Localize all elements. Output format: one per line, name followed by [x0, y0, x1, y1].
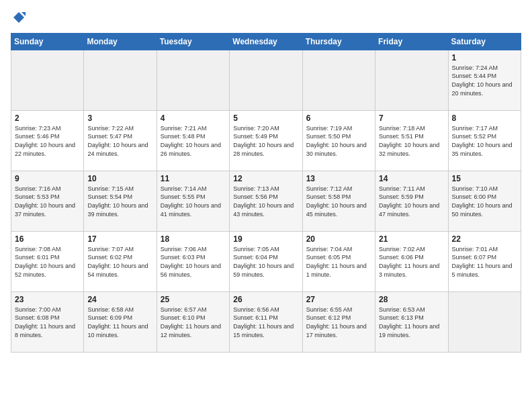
- day-info: Sunrise: 7:21 AMSunset: 5:48 PMDaylight:…: [161, 124, 226, 158]
- day-number: 11: [161, 174, 226, 183]
- calendar-cell: 11Sunrise: 7:14 AMSunset: 5:55 PMDayligh…: [157, 171, 229, 231]
- day-number: 24: [87, 295, 152, 304]
- calendar-cell: 20Sunrise: 7:04 AMSunset: 6:05 PMDayligh…: [302, 231, 375, 291]
- calendar-table: SundayMondayTuesdayWednesdayThursdayFrid…: [11, 33, 521, 353]
- calendar-cell: 12Sunrise: 7:13 AMSunset: 5:56 PMDayligh…: [230, 171, 302, 231]
- day-number: 23: [15, 295, 80, 304]
- weekday-header-wednesday: Wednesday: [230, 33, 302, 50]
- calendar-cell: [375, 50, 448, 110]
- day-info: Sunrise: 7:05 AMSunset: 6:04 PMDaylight:…: [233, 245, 298, 279]
- day-info: Sunrise: 7:01 AMSunset: 6:07 PMDaylight:…: [452, 245, 517, 279]
- calendar-cell: 5Sunrise: 7:20 AMSunset: 5:49 PMDaylight…: [230, 110, 302, 171]
- day-info: Sunrise: 7:22 AMSunset: 5:47 PMDaylight:…: [87, 124, 152, 158]
- calendar-header-row: SundayMondayTuesdayWednesdayThursdayFrid…: [11, 33, 521, 50]
- calendar-cell: 27Sunrise: 6:55 AMSunset: 6:12 PMDayligh…: [302, 291, 375, 352]
- logo: [11, 11, 26, 28]
- calendar-cell: 26Sunrise: 6:56 AMSunset: 6:11 PMDayligh…: [230, 291, 302, 352]
- weekday-header-friday: Friday: [375, 33, 448, 50]
- calendar-cell: 16Sunrise: 7:08 AMSunset: 6:01 PMDayligh…: [11, 231, 84, 291]
- calendar-week-3: 9Sunrise: 7:16 AMSunset: 5:53 PMDaylight…: [11, 171, 521, 231]
- calendar-cell: 18Sunrise: 7:06 AMSunset: 6:03 PMDayligh…: [157, 231, 229, 291]
- calendar-week-4: 16Sunrise: 7:08 AMSunset: 6:01 PMDayligh…: [11, 231, 521, 291]
- day-info: Sunrise: 7:19 AMSunset: 5:50 PMDaylight:…: [306, 124, 371, 158]
- day-number: 28: [379, 295, 444, 304]
- calendar-cell: 19Sunrise: 7:05 AMSunset: 6:04 PMDayligh…: [230, 231, 302, 291]
- weekday-header-thursday: Thursday: [302, 33, 375, 50]
- calendar-week-1: 1Sunrise: 7:24 AMSunset: 5:44 PMDaylight…: [11, 50, 521, 110]
- calendar-cell: 23Sunrise: 7:00 AMSunset: 6:08 PMDayligh…: [11, 291, 84, 352]
- day-number: 18: [161, 234, 226, 244]
- calendar-cell: 13Sunrise: 7:12 AMSunset: 5:58 PMDayligh…: [302, 171, 375, 231]
- calendar-cell: 25Sunrise: 6:57 AMSunset: 6:10 PMDayligh…: [157, 291, 229, 352]
- day-info: Sunrise: 7:18 AMSunset: 5:51 PMDaylight:…: [379, 124, 444, 158]
- calendar-cell: 8Sunrise: 7:17 AMSunset: 5:52 PMDaylight…: [448, 110, 521, 171]
- day-number: 27: [306, 295, 371, 304]
- day-info: Sunrise: 7:07 AMSunset: 6:02 PMDaylight:…: [87, 245, 152, 279]
- calendar-cell: 2Sunrise: 7:23 AMSunset: 5:46 PMDaylight…: [11, 110, 84, 171]
- calendar-cell: 1Sunrise: 7:24 AMSunset: 5:44 PMDaylight…: [448, 50, 521, 110]
- day-number: 6: [306, 113, 371, 123]
- calendar-cell: 15Sunrise: 7:10 AMSunset: 6:00 PMDayligh…: [448, 171, 521, 231]
- day-info: Sunrise: 6:57 AMSunset: 6:10 PMDaylight:…: [161, 306, 226, 339]
- day-number: 26: [233, 295, 298, 304]
- calendar-week-5: 23Sunrise: 7:00 AMSunset: 6:08 PMDayligh…: [11, 291, 521, 352]
- day-info: Sunrise: 7:20 AMSunset: 5:49 PMDaylight:…: [233, 124, 298, 158]
- day-number: 5: [233, 113, 298, 123]
- day-info: Sunrise: 7:02 AMSunset: 6:06 PMDaylight:…: [379, 245, 444, 279]
- day-number: 4: [161, 113, 226, 123]
- calendar-cell: 6Sunrise: 7:19 AMSunset: 5:50 PMDaylight…: [302, 110, 375, 171]
- calendar-cell: [448, 291, 521, 352]
- day-number: 16: [15, 234, 80, 244]
- calendar-cell: [84, 50, 157, 110]
- day-info: Sunrise: 7:14 AMSunset: 5:55 PMDaylight:…: [161, 185, 226, 218]
- calendar-cell: 28Sunrise: 6:53 AMSunset: 6:13 PMDayligh…: [375, 291, 448, 352]
- calendar-cell: [302, 50, 375, 110]
- svg-marker-0: [13, 12, 24, 23]
- day-info: Sunrise: 7:23 AMSunset: 5:46 PMDaylight:…: [15, 124, 80, 158]
- day-number: 10: [87, 174, 152, 183]
- calendar-cell: [230, 50, 302, 110]
- day-number: 12: [233, 174, 298, 183]
- calendar-cell: 4Sunrise: 7:21 AMSunset: 5:48 PMDaylight…: [157, 110, 229, 171]
- calendar-cell: 9Sunrise: 7:16 AMSunset: 5:53 PMDaylight…: [11, 171, 84, 231]
- day-info: Sunrise: 7:00 AMSunset: 6:08 PMDaylight:…: [15, 306, 80, 339]
- day-info: Sunrise: 7:13 AMSunset: 5:56 PMDaylight:…: [233, 185, 298, 218]
- day-number: 13: [306, 174, 371, 183]
- day-info: Sunrise: 7:10 AMSunset: 6:00 PMDaylight:…: [452, 185, 517, 218]
- weekday-header-saturday: Saturday: [448, 33, 521, 50]
- page-header: [11, 11, 521, 28]
- calendar-cell: 10Sunrise: 7:15 AMSunset: 5:54 PMDayligh…: [84, 171, 157, 231]
- day-number: 22: [452, 234, 517, 244]
- day-info: Sunrise: 6:58 AMSunset: 6:09 PMDaylight:…: [87, 306, 152, 339]
- day-number: 3: [87, 113, 152, 123]
- day-number: 8: [452, 113, 517, 123]
- calendar-cell: 14Sunrise: 7:11 AMSunset: 5:59 PMDayligh…: [375, 171, 448, 231]
- day-number: 17: [87, 234, 152, 244]
- day-info: Sunrise: 7:06 AMSunset: 6:03 PMDaylight:…: [161, 245, 226, 279]
- day-info: Sunrise: 6:56 AMSunset: 6:11 PMDaylight:…: [233, 306, 298, 339]
- day-number: 25: [161, 295, 226, 304]
- calendar-cell: 21Sunrise: 7:02 AMSunset: 6:06 PMDayligh…: [375, 231, 448, 291]
- day-number: 2: [15, 113, 80, 123]
- day-info: Sunrise: 7:24 AMSunset: 5:44 PMDaylight:…: [452, 64, 517, 97]
- day-info: Sunrise: 7:08 AMSunset: 6:01 PMDaylight:…: [15, 245, 80, 279]
- day-number: 21: [379, 234, 444, 244]
- day-info: Sunrise: 7:16 AMSunset: 5:53 PMDaylight:…: [15, 185, 80, 218]
- day-number: 15: [452, 174, 517, 183]
- calendar-cell: 24Sunrise: 6:58 AMSunset: 6:09 PMDayligh…: [84, 291, 157, 352]
- day-info: Sunrise: 7:11 AMSunset: 5:59 PMDaylight:…: [379, 185, 444, 218]
- calendar-cell: 7Sunrise: 7:18 AMSunset: 5:51 PMDaylight…: [375, 110, 448, 171]
- calendar-cell: [157, 50, 229, 110]
- day-number: 1: [452, 53, 517, 62]
- weekday-header-monday: Monday: [84, 33, 157, 50]
- calendar-cell: 22Sunrise: 7:01 AMSunset: 6:07 PMDayligh…: [448, 231, 521, 291]
- day-number: 19: [233, 234, 298, 244]
- logo-icon: [12, 11, 26, 24]
- calendar-cell: 3Sunrise: 7:22 AMSunset: 5:47 PMDaylight…: [84, 110, 157, 171]
- weekday-header-sunday: Sunday: [11, 33, 84, 50]
- calendar-cell: [11, 50, 84, 110]
- day-number: 9: [15, 174, 80, 183]
- weekday-header-tuesday: Tuesday: [157, 33, 229, 50]
- day-info: Sunrise: 7:15 AMSunset: 5:54 PMDaylight:…: [87, 185, 152, 218]
- day-number: 7: [379, 113, 444, 123]
